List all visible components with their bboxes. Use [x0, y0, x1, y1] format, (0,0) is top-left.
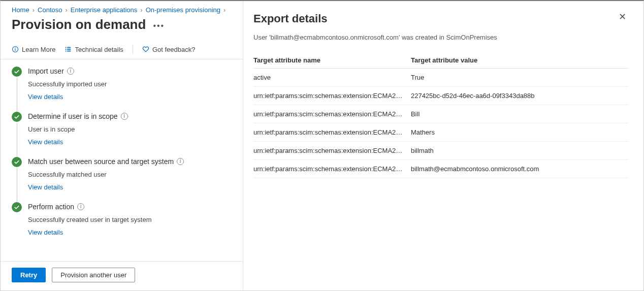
list-icon: [65, 46, 72, 53]
step-description: User is in scope: [28, 125, 232, 133]
chevron-right-icon: ›: [140, 6, 142, 14]
step-title-label: Match user between source and target sys…: [28, 157, 174, 166]
info-icon[interactable]: i: [67, 68, 74, 75]
step-description: Successfully imported user: [28, 80, 232, 88]
attr-value: Bill: [411, 105, 628, 123]
attr-value: True: [411, 69, 628, 87]
step-title-label: Import user: [28, 67, 64, 75]
svg-rect-5: [66, 49, 67, 50]
attr-value: billmath@ecmabmcontoso.onmicrosoft.com: [411, 160, 628, 178]
step-scope: Determine if user is in scope i User is …: [12, 112, 232, 157]
retry-button[interactable]: Retry: [12, 268, 46, 282]
attr-value: billmath: [411, 142, 628, 160]
success-icon: [12, 112, 22, 122]
column-header-name: Target attribute name: [253, 53, 411, 69]
feedback-button[interactable]: Got feedback?: [142, 46, 196, 53]
table-row: urn:ietf:params:scim:schemas:extension:E…: [253, 142, 628, 160]
view-details-link[interactable]: View details: [28, 229, 232, 236]
chevron-right-icon: ›: [223, 6, 226, 14]
view-details-link[interactable]: View details: [28, 183, 232, 191]
step-title-label: Determine if user is in scope: [28, 112, 118, 120]
attr-name: active: [253, 69, 411, 87]
breadcrumb-link[interactable]: Enterprise applications: [71, 6, 138, 14]
learn-more-button[interactable]: Learn More: [12, 46, 55, 53]
info-icon[interactable]: i: [177, 158, 184, 165]
svg-point-2: [15, 48, 16, 49]
table-row: active True: [253, 69, 628, 87]
attr-name: urn:ietf:params:scim:schemas:extension:E…: [253, 87, 411, 105]
breadcrumb-link[interactable]: On-premises provisioning: [146, 6, 220, 14]
success-icon: [12, 202, 22, 212]
step-description: Successfully created user in target syst…: [28, 216, 232, 223]
divider: [133, 45, 133, 54]
info-icon[interactable]: i: [121, 113, 128, 120]
technical-details-button[interactable]: Technical details: [65, 46, 123, 53]
heart-icon: [142, 46, 149, 53]
breadcrumb-link[interactable]: Home: [12, 6, 29, 14]
close-icon[interactable]: ✕: [617, 11, 628, 22]
svg-rect-8: [68, 51, 71, 52]
chevron-right-icon: ›: [65, 6, 67, 14]
steps-list: Import user i Successfully imported user…: [1, 59, 243, 261]
footer-actions: Retry Provision another user: [1, 261, 243, 290]
step-perform-action: Perform action i Successfully created us…: [12, 202, 232, 247]
attr-value: 227425bc-d52d-46ec-aa6d-09f3343da88b: [411, 87, 628, 105]
info-icon: [12, 46, 19, 53]
step-title-label: Perform action: [28, 203, 74, 211]
success-icon: [12, 67, 22, 77]
step-import-user: Import user i Successfully imported user…: [12, 67, 232, 112]
panel-subtitle: User 'billmath@ecmabmcontoso.onmicrosoft…: [253, 34, 628, 41]
provision-another-user-button[interactable]: Provision another user: [52, 268, 135, 282]
svg-rect-3: [66, 47, 67, 48]
table-row: urn:ietf:params:scim:schemas:extension:E…: [253, 105, 628, 123]
attr-value: Mathers: [411, 123, 628, 142]
panel-title: Export details: [253, 12, 327, 25]
svg-rect-1: [15, 49, 15, 51]
success-icon: [12, 157, 22, 167]
svg-rect-7: [66, 51, 67, 52]
page-title: Provision on demand: [12, 17, 146, 33]
attr-name: urn:ietf:params:scim:schemas:extension:E…: [253, 123, 411, 142]
view-details-link[interactable]: View details: [28, 138, 232, 146]
info-icon[interactable]: i: [77, 203, 84, 210]
step-match: Match user between source and target sys…: [12, 157, 232, 202]
column-header-value: Target attribute value: [411, 53, 628, 69]
learn-more-label: Learn More: [22, 46, 55, 53]
table-row: urn:ietf:params:scim:schemas:extension:E…: [253, 87, 628, 105]
attr-name: urn:ietf:params:scim:schemas:extension:E…: [253, 105, 411, 123]
more-actions-button[interactable]: •••: [153, 21, 165, 30]
svg-rect-6: [68, 49, 71, 50]
breadcrumb-link[interactable]: Contoso: [38, 6, 62, 14]
svg-rect-4: [68, 47, 71, 48]
technical-details-label: Technical details: [75, 46, 123, 53]
feedback-label: Got feedback?: [152, 46, 196, 53]
table-row: urn:ietf:params:scim:schemas:extension:E…: [253, 160, 628, 178]
left-pane: Home› Contoso› Enterprise applications› …: [1, 1, 243, 290]
attr-name: urn:ietf:params:scim:schemas:extension:E…: [253, 142, 411, 160]
export-details-panel: Export details ✕ User 'billmath@ecmabmco…: [243, 1, 643, 290]
attr-name: urn:ietf:params:scim:schemas:extension:E…: [253, 160, 411, 178]
chevron-right-icon: ›: [33, 6, 35, 14]
attributes-table: Target attribute name Target attribute v…: [253, 53, 628, 178]
step-description: Successfully matched user: [28, 171, 232, 178]
breadcrumb: Home› Contoso› Enterprise applications› …: [1, 1, 243, 15]
view-details-link[interactable]: View details: [28, 93, 232, 101]
table-row: urn:ietf:params:scim:schemas:extension:E…: [253, 123, 628, 142]
command-bar: Learn More Technical details Got feedbac…: [1, 41, 243, 59]
